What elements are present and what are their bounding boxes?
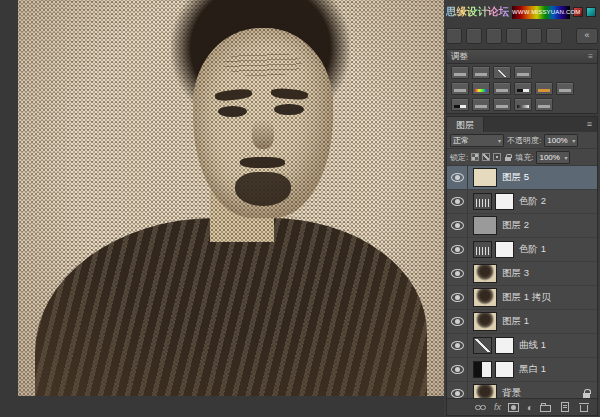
photoshop-window: 思缘设计论坛 WWW.MISSYUAN.COM 调整 — [0, 0, 600, 417]
adj-levels-icon[interactable] — [472, 66, 490, 79]
mask-thumbnail[interactable] — [495, 337, 514, 354]
layer-row[interactable]: 色阶 1 — [447, 238, 597, 262]
delete-layer-icon[interactable] — [578, 402, 590, 413]
layer-name[interactable]: 黑白 1 — [519, 363, 546, 376]
layer-row[interactable]: 图层 5 — [447, 166, 597, 190]
watermark: 思缘设计论坛 WWW.MISSYUAN.COM — [446, 2, 598, 22]
visibility-toggle[interactable] — [447, 310, 468, 333]
color-panel-icon[interactable] — [446, 28, 462, 44]
lock-pixels-icon[interactable] — [482, 153, 490, 161]
visibility-toggle[interactable] — [447, 214, 468, 237]
visibility-toggle[interactable] — [447, 262, 468, 285]
styles-panel-icon[interactable] — [486, 28, 502, 44]
layer-name[interactable]: 色阶 2 — [519, 195, 546, 208]
visibility-toggle[interactable] — [447, 166, 468, 189]
layer-name[interactable]: 图层 2 — [502, 219, 529, 232]
adjustments-panel-title: 调整 — [451, 51, 468, 63]
layers-panel-footer — [447, 398, 597, 415]
layer-name[interactable]: 色阶 1 — [519, 243, 546, 256]
adj-selective-color-icon[interactable] — [535, 98, 553, 111]
lock-all-icon[interactable] — [504, 153, 512, 161]
adj-color-balance-icon[interactable] — [493, 82, 511, 95]
visibility-toggle[interactable] — [447, 190, 468, 213]
canvas-area[interactable] — [0, 0, 444, 417]
layer-thumbnail[interactable] — [473, 384, 497, 398]
layer-row[interactable]: 图层 1 — [447, 310, 597, 334]
histogram-panel-icon[interactable] — [506, 28, 522, 44]
adj-hue-saturation-icon[interactable] — [472, 82, 490, 95]
navigator-panel-icon[interactable] — [546, 28, 562, 44]
link-layers-icon[interactable] — [475, 402, 487, 413]
layer-name[interactable]: 曲线 1 — [519, 339, 546, 352]
eye-icon — [451, 389, 464, 398]
adj-threshold-icon[interactable] — [493, 98, 511, 111]
adjustment-thumbnail[interactable] — [473, 193, 492, 210]
panel-dock — [446, 27, 598, 45]
layer-row[interactable]: 黑白 1 — [447, 358, 597, 382]
add-mask-icon[interactable] — [508, 402, 520, 413]
visibility-toggle[interactable] — [447, 286, 468, 309]
adjustments-panel: 调整 — [446, 49, 598, 114]
adj-channel-mixer-icon[interactable] — [556, 82, 574, 95]
adj-curves-icon[interactable] — [493, 66, 511, 79]
fill-value[interactable]: 100% — [536, 151, 570, 164]
visibility-toggle[interactable] — [447, 358, 468, 381]
lock-transparency-icon[interactable] — [471, 153, 479, 161]
document-canvas[interactable] — [18, 0, 444, 396]
visibility-toggle[interactable] — [447, 382, 468, 398]
adj-posterize-icon[interactable] — [472, 98, 490, 111]
lock-position-icon[interactable] — [493, 153, 501, 161]
mask-thumbnail[interactable] — [495, 193, 514, 210]
mask-thumbnail[interactable] — [495, 241, 514, 258]
opacity-value[interactable]: 100% — [544, 134, 578, 147]
layer-row[interactable]: 图层 1 拷贝 — [447, 286, 597, 310]
layer-style-icon[interactable] — [494, 402, 501, 413]
blend-opacity-row: 正常 不透明度: 100% — [447, 132, 597, 149]
tab-layers[interactable]: 图层 — [447, 117, 484, 132]
eye-icon — [451, 341, 464, 350]
panel-menu-icon[interactable] — [582, 117, 597, 132]
layer-name[interactable]: 图层 1 — [502, 315, 529, 328]
blend-mode-select[interactable]: 正常 — [450, 134, 504, 147]
info-panel-icon[interactable] — [526, 28, 542, 44]
layer-thumbnail[interactable] — [473, 312, 497, 331]
visibility-toggle[interactable] — [447, 238, 468, 261]
panel-menu-icon[interactable] — [588, 52, 593, 61]
adj-invert-icon[interactable] — [451, 98, 469, 111]
layer-row[interactable]: 背景 — [447, 382, 597, 398]
adj-vibrance-icon[interactable] — [451, 82, 469, 95]
layer-row[interactable]: 图层 3 — [447, 262, 597, 286]
layer-name[interactable]: 图层 3 — [502, 267, 529, 280]
new-adjustment-icon[interactable] — [527, 402, 533, 413]
adjustment-thumbnail[interactable] — [473, 361, 492, 378]
visibility-toggle[interactable] — [447, 334, 468, 357]
new-layer-icon[interactable] — [559, 402, 571, 413]
eye-icon — [451, 197, 464, 206]
layer-name[interactable]: 背景 — [502, 387, 521, 398]
adj-gradient-map-icon[interactable] — [514, 98, 532, 111]
layers-panel-tabs: 图层 — [447, 117, 597, 132]
adj-brightness-contrast-icon[interactable] — [451, 66, 469, 79]
adjustment-thumbnail[interactable] — [473, 337, 492, 354]
layer-thumbnail[interactable] — [473, 168, 497, 187]
layer-name[interactable]: 图层 1 拷贝 — [502, 291, 551, 304]
layer-thumbnail[interactable] — [473, 216, 497, 235]
layer-list: 图层 5 色阶 2 图层 2 色阶 1 — [447, 166, 597, 398]
collapse-panels-icon[interactable] — [576, 28, 598, 44]
layer-row[interactable]: 色阶 2 — [447, 190, 597, 214]
opacity-label: 不透明度: — [507, 135, 541, 146]
adj-photo-filter-icon[interactable] — [535, 82, 553, 95]
layer-name[interactable]: 图层 5 — [502, 171, 529, 184]
layer-thumbnail[interactable] — [473, 288, 497, 307]
new-group-icon[interactable] — [540, 402, 552, 413]
adj-black-white-icon[interactable] — [514, 82, 532, 95]
adj-exposure-icon[interactable] — [514, 66, 532, 79]
eye-icon — [451, 293, 464, 302]
swatches-panel-icon[interactable] — [466, 28, 482, 44]
layer-row[interactable]: 曲线 1 — [447, 334, 597, 358]
color-swatch-icon — [586, 7, 596, 17]
layer-row[interactable]: 图层 2 — [447, 214, 597, 238]
mask-thumbnail[interactable] — [495, 361, 514, 378]
adjustment-thumbnail[interactable] — [473, 241, 492, 258]
layer-thumbnail[interactable] — [473, 264, 497, 283]
